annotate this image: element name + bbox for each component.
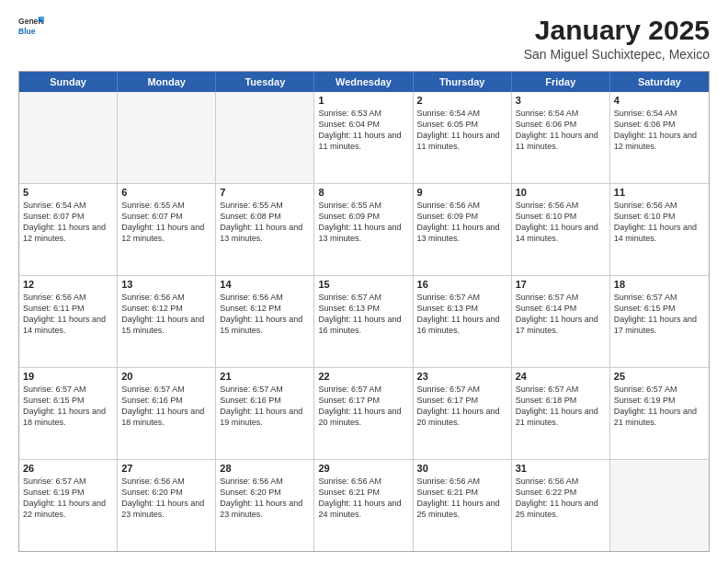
day-content: Sunrise: 6:55 AM Sunset: 6:07 PM Dayligh… xyxy=(121,200,211,245)
empty-cell xyxy=(19,92,118,183)
day-cell-10: 10Sunrise: 6:56 AM Sunset: 6:10 PM Dayli… xyxy=(512,184,610,275)
day-number: 9 xyxy=(417,187,507,198)
day-number: 26 xyxy=(23,463,113,474)
header-day-monday: Monday xyxy=(118,72,216,92)
day-number: 8 xyxy=(318,187,408,198)
day-number: 7 xyxy=(220,187,310,198)
week-row-5: 26Sunrise: 6:57 AM Sunset: 6:19 PM Dayli… xyxy=(19,459,709,551)
day-content: Sunrise: 6:57 AM Sunset: 6:13 PM Dayligh… xyxy=(318,292,408,337)
day-content: Sunrise: 6:57 AM Sunset: 6:17 PM Dayligh… xyxy=(318,384,408,429)
day-number: 18 xyxy=(614,279,705,290)
day-number: 2 xyxy=(417,95,507,106)
day-number: 1 xyxy=(318,95,408,106)
day-number: 16 xyxy=(417,279,507,290)
day-number: 3 xyxy=(516,95,606,106)
empty-cell xyxy=(610,460,709,551)
day-cell-25: 25Sunrise: 6:57 AM Sunset: 6:19 PM Dayli… xyxy=(610,368,709,459)
day-content: Sunrise: 6:57 AM Sunset: 6:15 PM Dayligh… xyxy=(614,292,705,337)
day-content: Sunrise: 6:56 AM Sunset: 6:09 PM Dayligh… xyxy=(417,200,507,245)
day-cell-20: 20Sunrise: 6:57 AM Sunset: 6:16 PM Dayli… xyxy=(118,368,216,459)
logo-icon: General Blue xyxy=(18,15,44,37)
day-cell-27: 27Sunrise: 6:56 AM Sunset: 6:20 PM Dayli… xyxy=(118,460,216,551)
day-content: Sunrise: 6:55 AM Sunset: 6:08 PM Dayligh… xyxy=(220,200,310,245)
day-cell-23: 23Sunrise: 6:57 AM Sunset: 6:17 PM Dayli… xyxy=(414,368,512,459)
day-cell-28: 28Sunrise: 6:56 AM Sunset: 6:20 PM Dayli… xyxy=(216,460,314,551)
day-number: 29 xyxy=(318,463,408,474)
header-day-tuesday: Tuesday xyxy=(216,72,314,92)
day-content: Sunrise: 6:56 AM Sunset: 6:10 PM Dayligh… xyxy=(516,200,606,245)
day-content: Sunrise: 6:56 AM Sunset: 6:22 PM Dayligh… xyxy=(516,476,606,521)
day-number: 6 xyxy=(121,187,211,198)
day-number: 27 xyxy=(121,463,211,474)
day-content: Sunrise: 6:57 AM Sunset: 6:16 PM Dayligh… xyxy=(220,384,310,429)
logo: General Blue General Blue xyxy=(18,15,44,37)
day-content: Sunrise: 6:56 AM Sunset: 6:21 PM Dayligh… xyxy=(318,476,408,521)
day-number: 25 xyxy=(614,371,705,382)
day-number: 5 xyxy=(23,187,113,198)
day-number: 4 xyxy=(614,95,705,106)
day-content: Sunrise: 6:57 AM Sunset: 6:16 PM Dayligh… xyxy=(121,384,211,429)
day-number: 11 xyxy=(614,187,705,198)
week-row-4: 19Sunrise: 6:57 AM Sunset: 6:15 PM Dayli… xyxy=(19,367,709,459)
calendar: SundayMondayTuesdayWednesdayThursdayFrid… xyxy=(18,71,710,552)
day-cell-30: 30Sunrise: 6:56 AM Sunset: 6:21 PM Dayli… xyxy=(414,460,512,551)
day-content: Sunrise: 6:55 AM Sunset: 6:09 PM Dayligh… xyxy=(318,200,408,245)
header-day-saturday: Saturday xyxy=(610,72,709,92)
week-row-3: 12Sunrise: 6:56 AM Sunset: 6:11 PM Dayli… xyxy=(19,275,709,367)
header: General Blue General Blue January 2025 S… xyxy=(18,15,710,62)
day-cell-4: 4Sunrise: 6:54 AM Sunset: 6:06 PM Daylig… xyxy=(610,92,709,183)
day-cell-31: 31Sunrise: 6:56 AM Sunset: 6:22 PM Dayli… xyxy=(512,460,610,551)
day-cell-2: 2Sunrise: 6:54 AM Sunset: 6:05 PM Daylig… xyxy=(414,92,512,183)
day-cell-19: 19Sunrise: 6:57 AM Sunset: 6:15 PM Dayli… xyxy=(19,368,118,459)
day-cell-14: 14Sunrise: 6:56 AM Sunset: 6:12 PM Dayli… xyxy=(216,276,314,367)
day-cell-15: 15Sunrise: 6:57 AM Sunset: 6:13 PM Dayli… xyxy=(314,276,413,367)
day-content: Sunrise: 6:57 AM Sunset: 6:17 PM Dayligh… xyxy=(417,384,507,429)
svg-text:Blue: Blue xyxy=(18,27,36,36)
day-cell-8: 8Sunrise: 6:55 AM Sunset: 6:09 PM Daylig… xyxy=(314,184,413,275)
day-cell-22: 22Sunrise: 6:57 AM Sunset: 6:17 PM Dayli… xyxy=(314,368,413,459)
header-day-sunday: Sunday xyxy=(19,72,118,92)
day-cell-1: 1Sunrise: 6:53 AM Sunset: 6:04 PM Daylig… xyxy=(314,92,413,183)
day-content: Sunrise: 6:54 AM Sunset: 6:05 PM Dayligh… xyxy=(417,108,507,153)
week-row-2: 5Sunrise: 6:54 AM Sunset: 6:07 PM Daylig… xyxy=(19,183,709,275)
day-content: Sunrise: 6:56 AM Sunset: 6:12 PM Dayligh… xyxy=(121,292,211,337)
day-content: Sunrise: 6:56 AM Sunset: 6:11 PM Dayligh… xyxy=(23,292,113,337)
day-cell-16: 16Sunrise: 6:57 AM Sunset: 6:13 PM Dayli… xyxy=(414,276,512,367)
day-cell-12: 12Sunrise: 6:56 AM Sunset: 6:11 PM Dayli… xyxy=(19,276,118,367)
day-number: 23 xyxy=(417,371,507,382)
day-number: 15 xyxy=(318,279,408,290)
day-content: Sunrise: 6:56 AM Sunset: 6:21 PM Dayligh… xyxy=(417,476,507,521)
day-cell-21: 21Sunrise: 6:57 AM Sunset: 6:16 PM Dayli… xyxy=(216,368,314,459)
day-number: 12 xyxy=(23,279,113,290)
page-title: January 2025 xyxy=(524,15,710,45)
page-subtitle: San Miguel Suchixtepec, Mexico xyxy=(524,47,710,62)
day-content: Sunrise: 6:57 AM Sunset: 6:14 PM Dayligh… xyxy=(516,292,606,337)
day-number: 10 xyxy=(516,187,606,198)
header-day-wednesday: Wednesday xyxy=(314,72,413,92)
day-content: Sunrise: 6:56 AM Sunset: 6:12 PM Dayligh… xyxy=(220,292,310,337)
day-cell-7: 7Sunrise: 6:55 AM Sunset: 6:08 PM Daylig… xyxy=(216,184,314,275)
day-cell-24: 24Sunrise: 6:57 AM Sunset: 6:18 PM Dayli… xyxy=(512,368,610,459)
week-row-1: 1Sunrise: 6:53 AM Sunset: 6:04 PM Daylig… xyxy=(19,92,709,183)
empty-cell xyxy=(118,92,216,183)
day-cell-9: 9Sunrise: 6:56 AM Sunset: 6:09 PM Daylig… xyxy=(414,184,512,275)
day-cell-5: 5Sunrise: 6:54 AM Sunset: 6:07 PM Daylig… xyxy=(19,184,118,275)
header-day-friday: Friday xyxy=(512,72,610,92)
day-number: 17 xyxy=(516,279,606,290)
day-number: 13 xyxy=(121,279,211,290)
day-cell-18: 18Sunrise: 6:57 AM Sunset: 6:15 PM Dayli… xyxy=(610,276,709,367)
day-cell-3: 3Sunrise: 6:54 AM Sunset: 6:06 PM Daylig… xyxy=(512,92,610,183)
day-content: Sunrise: 6:54 AM Sunset: 6:06 PM Dayligh… xyxy=(516,108,606,153)
calendar-header: SundayMondayTuesdayWednesdayThursdayFrid… xyxy=(19,72,709,92)
day-number: 30 xyxy=(417,463,507,474)
day-number: 22 xyxy=(318,371,408,382)
day-content: Sunrise: 6:57 AM Sunset: 6:18 PM Dayligh… xyxy=(516,384,606,429)
day-cell-29: 29Sunrise: 6:56 AM Sunset: 6:21 PM Dayli… xyxy=(314,460,413,551)
day-cell-26: 26Sunrise: 6:57 AM Sunset: 6:19 PM Dayli… xyxy=(19,460,118,551)
day-content: Sunrise: 6:53 AM Sunset: 6:04 PM Dayligh… xyxy=(318,108,408,153)
day-number: 19 xyxy=(23,371,113,382)
day-cell-11: 11Sunrise: 6:56 AM Sunset: 6:10 PM Dayli… xyxy=(610,184,709,275)
empty-cell xyxy=(216,92,314,183)
day-cell-13: 13Sunrise: 6:56 AM Sunset: 6:12 PM Dayli… xyxy=(118,276,216,367)
day-content: Sunrise: 6:57 AM Sunset: 6:19 PM Dayligh… xyxy=(614,384,705,429)
